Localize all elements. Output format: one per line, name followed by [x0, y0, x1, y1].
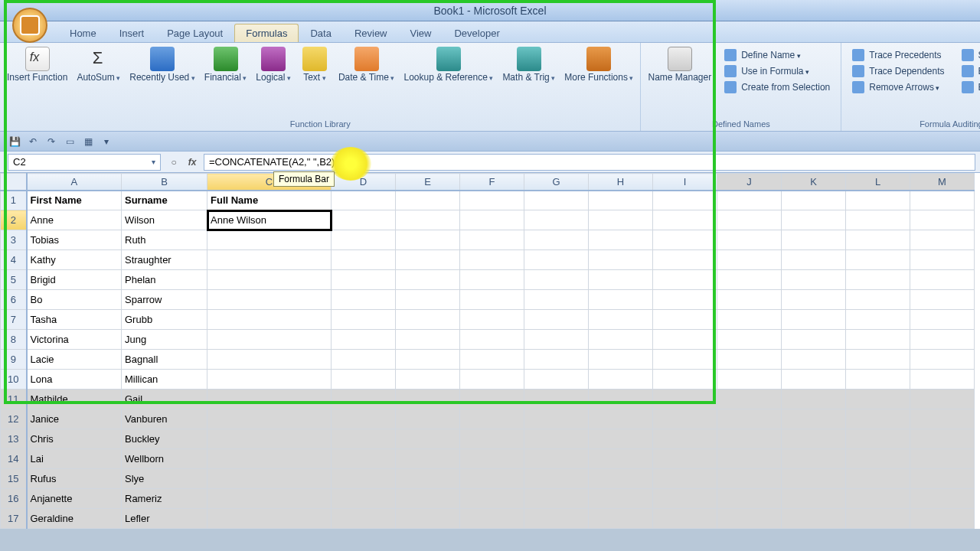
cell[interactable]: [332, 210, 396, 230]
cell[interactable]: [207, 370, 332, 390]
cell[interactable]: [910, 390, 975, 409]
cell[interactable]: [653, 409, 717, 429]
cell[interactable]: [782, 409, 846, 429]
cell[interactable]: Phelan: [122, 270, 207, 290]
office-button[interactable]: [12, 8, 47, 43]
cell[interactable]: [910, 230, 975, 250]
cell[interactable]: [332, 390, 396, 409]
cell[interactable]: [910, 250, 975, 270]
name-box[interactable]: C2 ▾: [8, 154, 161, 171]
tab-data[interactable]: Data: [299, 24, 342, 42]
cell[interactable]: [524, 489, 589, 509]
trace-dependents-button[interactable]: Trace Dependents: [849, 64, 947, 79]
cell[interactable]: [332, 330, 396, 350]
remove-arrows-button[interactable]: Remove Arrows: [849, 80, 947, 95]
more-functions-button[interactable]: More Functions: [560, 44, 637, 86]
cell[interactable]: [782, 370, 846, 390]
tab-view[interactable]: View: [399, 24, 443, 42]
cell[interactable]: [653, 310, 717, 330]
cell[interactable]: [524, 350, 589, 370]
cell[interactable]: [653, 469, 717, 489]
cell[interactable]: Full Name: [207, 191, 332, 210]
recently-used-button[interactable]: Recently Used: [126, 44, 199, 86]
cell[interactable]: [717, 270, 782, 290]
cell[interactable]: [846, 310, 910, 330]
save-icon[interactable]: 💾: [8, 135, 21, 148]
cell[interactable]: [460, 390, 524, 409]
cell[interactable]: [589, 469, 653, 489]
cell[interactable]: [653, 489, 717, 509]
cell[interactable]: [396, 509, 460, 529]
select-all-button[interactable]: [1, 174, 27, 191]
cell[interactable]: [524, 429, 589, 449]
cell[interactable]: [589, 429, 653, 449]
cell[interactable]: [910, 350, 975, 370]
col-header-H[interactable]: H: [589, 174, 653, 191]
cell[interactable]: [846, 250, 910, 270]
cell[interactable]: [524, 390, 589, 409]
cell[interactable]: [589, 370, 653, 390]
cell[interactable]: [460, 310, 524, 330]
cell[interactable]: [782, 330, 846, 350]
row-header[interactable]: 5: [1, 270, 27, 290]
fx-icon[interactable]: fx: [184, 154, 201, 171]
cell[interactable]: [782, 191, 846, 210]
formula-bar-input[interactable]: =CONCATENATE(A2," ",B2) Formula Bar: [204, 154, 975, 171]
cell[interactable]: [782, 210, 846, 230]
cell[interactable]: Kathy: [27, 250, 122, 270]
row-header[interactable]: 16: [1, 489, 27, 509]
cell[interactable]: [332, 370, 396, 390]
cell[interactable]: [460, 350, 524, 370]
cell[interactable]: Sparrow: [122, 290, 207, 310]
cell[interactable]: Bo: [27, 290, 122, 310]
col-header-J[interactable]: J: [717, 174, 782, 191]
cell[interactable]: Tobias: [27, 230, 122, 250]
cell[interactable]: Vanburen: [122, 409, 207, 429]
row-header[interactable]: 11: [1, 390, 27, 409]
cell[interactable]: [332, 250, 396, 270]
cell[interactable]: Anne: [27, 210, 122, 230]
cell[interactable]: [396, 409, 460, 429]
worksheet-grid[interactable]: A B C D E F G H I J K L M 1First NameSur…: [0, 173, 975, 529]
cell[interactable]: [589, 290, 653, 310]
cell[interactable]: [460, 489, 524, 509]
cell[interactable]: [846, 350, 910, 370]
date-time-button[interactable]: Date & Time: [335, 44, 399, 86]
create-from-selection-button[interactable]: Create from Selection: [721, 80, 833, 95]
cell[interactable]: [846, 191, 910, 210]
cell[interactable]: [396, 370, 460, 390]
col-header-I[interactable]: I: [653, 174, 717, 191]
cell[interactable]: [782, 310, 846, 330]
cell[interactable]: Buckley: [122, 429, 207, 449]
cell[interactable]: [207, 310, 332, 330]
cell[interactable]: [653, 509, 717, 529]
cell[interactable]: [653, 191, 717, 210]
cell[interactable]: Bagnall: [122, 350, 207, 370]
row-header[interactable]: 12: [1, 409, 27, 429]
cell[interactable]: [589, 390, 653, 409]
cell[interactable]: [589, 270, 653, 290]
cell[interactable]: [207, 350, 332, 370]
cell[interactable]: [653, 230, 717, 250]
cell[interactable]: Chris: [27, 429, 122, 449]
cell[interactable]: [207, 469, 332, 489]
cell[interactable]: [589, 191, 653, 210]
cell[interactable]: Jung: [122, 330, 207, 350]
cell[interactable]: [717, 509, 782, 529]
cell[interactable]: [332, 469, 396, 489]
cell[interactable]: [846, 290, 910, 310]
cell[interactable]: [396, 290, 460, 310]
cell[interactable]: [846, 509, 910, 529]
cell[interactable]: [717, 210, 782, 230]
cell[interactable]: [396, 449, 460, 469]
cell[interactable]: [207, 270, 332, 290]
cell[interactable]: [396, 250, 460, 270]
cell[interactable]: [653, 210, 717, 230]
cell[interactable]: [524, 330, 589, 350]
cell[interactable]: [782, 429, 846, 449]
cell[interactable]: [589, 509, 653, 529]
cell[interactable]: [782, 449, 846, 469]
cell[interactable]: [910, 429, 975, 449]
cell[interactable]: [207, 230, 332, 250]
cell[interactable]: [910, 191, 975, 210]
